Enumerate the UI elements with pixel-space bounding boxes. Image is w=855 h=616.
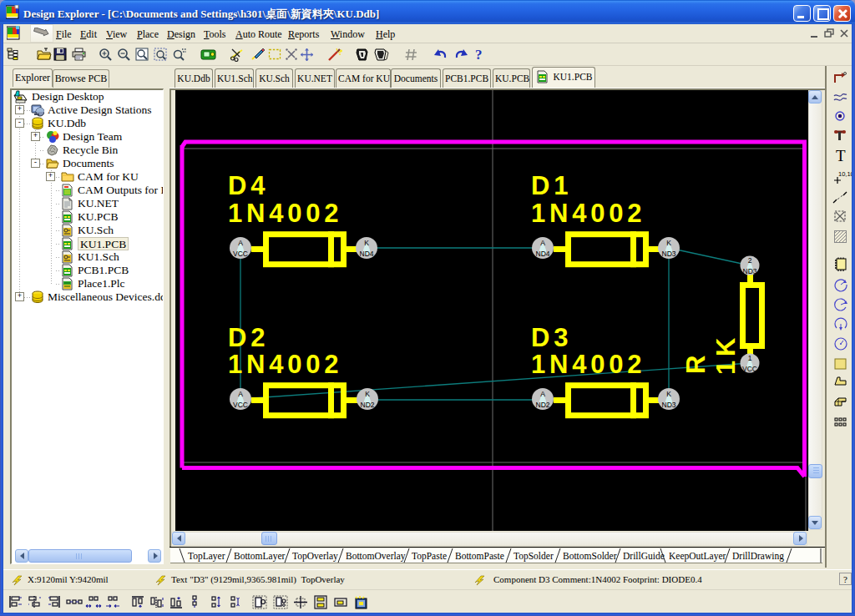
svg-text:?: ? xyxy=(475,47,483,62)
svg-text:VCC: VCC xyxy=(233,401,248,409)
svg-text:TopSolder: TopSolder xyxy=(514,551,554,562)
svg-text:DrillGuide: DrillGuide xyxy=(623,551,665,561)
svg-text:D1: D1 xyxy=(531,171,572,200)
svg-text:10,10: 10,10 xyxy=(838,170,852,178)
svg-text:D4: D4 xyxy=(228,171,269,200)
svg-text:ND4: ND4 xyxy=(535,250,549,258)
svg-text:D3: D3 xyxy=(531,323,572,352)
svg-text:A: A xyxy=(238,239,243,247)
svg-text:ND2: ND2 xyxy=(360,401,374,409)
svg-text:ND4: ND4 xyxy=(359,250,373,258)
svg-text:ND3: ND3 xyxy=(742,267,756,275)
svg-text:1N4002: 1N4002 xyxy=(228,199,342,228)
svg-text:2: 2 xyxy=(748,256,752,265)
svg-text:K: K xyxy=(666,239,671,247)
svg-text:VCC: VCC xyxy=(233,250,248,258)
svg-text:BottomSolder: BottomSolder xyxy=(563,551,617,561)
svg-text:1N4002: 1N4002 xyxy=(531,199,645,228)
svg-text:TopPaste: TopPaste xyxy=(412,551,447,562)
svg-text:K: K xyxy=(364,239,369,247)
svg-text:KeepOutLayer: KeepOutLayer xyxy=(669,551,726,562)
svg-text:1N4002: 1N4002 xyxy=(228,350,342,379)
svg-text:A: A xyxy=(238,390,243,398)
svg-text:1: 1 xyxy=(748,354,752,362)
svg-text:K: K xyxy=(666,390,671,398)
svg-text:1K: 1K xyxy=(711,334,741,375)
svg-text:TopLayer: TopLayer xyxy=(188,551,225,562)
svg-text:BottomLayer: BottomLayer xyxy=(234,551,285,562)
svg-text:D2: D2 xyxy=(228,323,269,352)
svg-text:ND3: ND3 xyxy=(661,250,675,258)
svg-text:BottomOverlay: BottomOverlay xyxy=(346,551,406,562)
svg-text:TopOverlay: TopOverlay xyxy=(292,551,338,562)
svg-text:T: T xyxy=(836,148,846,164)
svg-text:A: A xyxy=(540,390,545,398)
svg-text:1N4002: 1N4002 xyxy=(531,350,645,379)
svg-text:R: R xyxy=(681,351,711,374)
svg-text:BottomPaste: BottomPaste xyxy=(455,551,504,561)
svg-text:ND2: ND2 xyxy=(535,401,549,409)
svg-text:K: K xyxy=(365,390,370,398)
svg-text:VCC: VCC xyxy=(742,365,757,373)
svg-text:ND3: ND3 xyxy=(661,401,675,409)
svg-text:DrillDrawing: DrillDrawing xyxy=(732,551,784,562)
svg-text:A: A xyxy=(540,239,545,247)
